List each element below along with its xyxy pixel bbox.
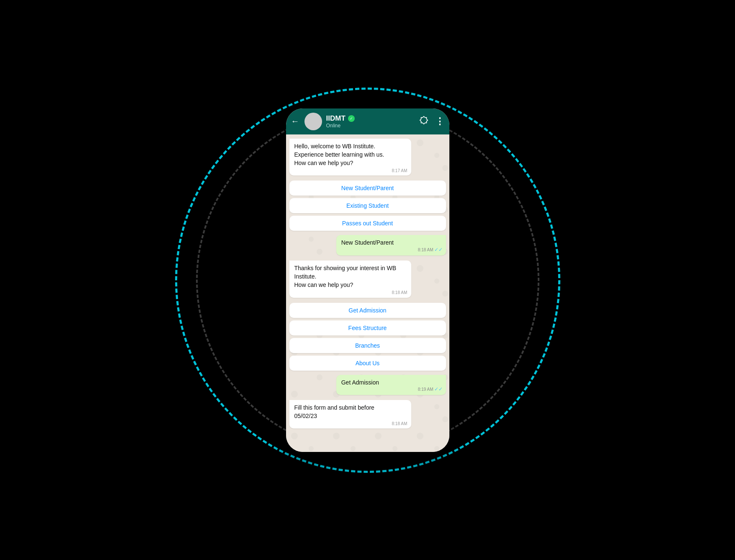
- outgoing-message-1: New Student/Parent 8:18 AM ✓✓: [336, 235, 446, 255]
- option-new-student[interactable]: New Student/Parent: [289, 181, 446, 196]
- option-about-us[interactable]: About Us: [289, 356, 446, 371]
- double-tick-2: ✓✓: [434, 386, 443, 393]
- chat-body[interactable]: Hello, welcome to WB Institute.Experienc…: [286, 134, 449, 452]
- option-passes-out[interactable]: Passes out Student: [289, 216, 446, 231]
- incoming-message-3: Fill this form and submit before05/02/23…: [289, 400, 412, 429]
- video-call-icon[interactable]: [419, 116, 428, 127]
- message-text-2: Thanks for showing your interest in WB I…: [294, 265, 397, 289]
- message-time-1: 8:17 AM: [392, 168, 407, 174]
- message-time-out-1: 8:18 AM ✓✓: [418, 246, 443, 253]
- scene: ← IIDMT ✓ Online ⋮: [137, 50, 598, 511]
- option-get-admission[interactable]: Get Admission: [289, 303, 446, 318]
- double-tick-1: ✓✓: [434, 246, 443, 253]
- contact-info: IIDMT ✓ Online: [326, 114, 415, 129]
- message-text-1: Hello, welcome to WB Institute.Experienc…: [294, 143, 384, 167]
- option-branches[interactable]: Branches: [289, 338, 446, 353]
- message-text-out-2: Get Admission: [341, 379, 379, 386]
- message-group-2: Thanks for showing your interest in WB I…: [289, 261, 446, 371]
- whatsapp-header: ← IIDMT ✓ Online ⋮: [286, 108, 449, 134]
- avatar: [304, 113, 322, 130]
- more-options-icon[interactable]: ⋮: [435, 116, 444, 127]
- incoming-message-1: Hello, welcome to WB Institute.Experienc…: [289, 139, 412, 176]
- message-group-1: Hello, welcome to WB Institute.Experienc…: [289, 139, 446, 231]
- option-fees-structure[interactable]: Fees Structure: [289, 320, 446, 335]
- contact-status: Online: [326, 123, 415, 129]
- back-button[interactable]: ←: [291, 116, 299, 126]
- message-time-out-2: 8:19 AM ✓✓: [418, 386, 443, 393]
- outgoing-message-2: Get Admission 8:19 AM ✓✓: [336, 375, 446, 395]
- phone-mockup: ← IIDMT ✓ Online ⋮: [286, 108, 449, 452]
- header-actions: ⋮: [419, 116, 444, 127]
- verified-badge: ✓: [348, 115, 355, 122]
- incoming-message-2: Thanks for showing your interest in WB I…: [289, 261, 412, 298]
- message-text-3: Fill this form and submit before05/02/23: [294, 404, 374, 419]
- contact-name: IIDMT: [326, 114, 346, 123]
- message-time-3: 8:18 AM: [392, 421, 407, 427]
- message-text-out-1: New Student/Parent: [341, 239, 394, 246]
- option-existing-student[interactable]: Existing Student: [289, 198, 446, 213]
- message-time-2: 8:18 AM: [392, 290, 407, 296]
